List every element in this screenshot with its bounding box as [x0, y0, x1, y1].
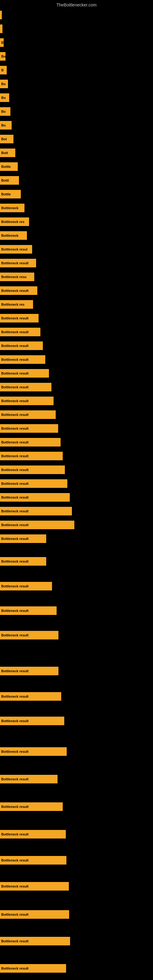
bar-item: Bottleneck result	[0, 314, 38, 323]
bar-item: Bottleneck result	[0, 438, 61, 447]
bar-item: Bottleneck result	[0, 355, 45, 364]
bar-item: Bottleneck result	[0, 937, 70, 945]
bar-item: Bottleneck result	[0, 286, 37, 295]
bar-label: Bo	[1, 54, 5, 58]
bar-item: Bottleneck resu	[0, 272, 34, 281]
bar-label: Bottleneck result	[1, 885, 29, 888]
bar-item: Bottleneck result	[0, 535, 46, 543]
bar-label: Bottleneck result	[1, 441, 29, 444]
bar-item: Bo	[0, 80, 8, 88]
bar-label: Bottleneck result	[1, 482, 29, 485]
bar-label: Bottleneck result	[1, 750, 29, 753]
bar-item: Bottleneck res	[0, 300, 33, 309]
bar-label: Bottleneck result	[1, 454, 29, 458]
bar-item: Bottleneck result	[0, 775, 57, 783]
bar-item: Bottleneck result	[0, 396, 54, 405]
bar-label: Bottleneck result	[1, 371, 29, 375]
bar-item: Bottleneck result	[0, 466, 65, 474]
bar-item: Bottleneck result	[0, 259, 36, 267]
bar-label: B	[1, 41, 4, 45]
bar-label: Bottleneck	[1, 206, 18, 210]
bar-item: Bo	[0, 107, 10, 116]
bar-label: Bottleneck result	[1, 584, 29, 588]
bar-item: Bottleneck result	[0, 557, 46, 566]
bar-item	[0, 11, 2, 19]
bar-item: Bo	[0, 94, 9, 102]
bar-item: Bottleneck result	[0, 369, 49, 378]
bar-label: Bottleneck result	[1, 317, 29, 320]
bar-label: Bottleneck result	[1, 832, 29, 836]
bar-item: Bottleneck result	[0, 667, 59, 675]
bar-item: Bo	[0, 121, 12, 130]
bar-item: Bottleneck result	[0, 856, 66, 865]
bar-item: Bottleneck	[0, 231, 27, 240]
bar-label: Bottle	[1, 192, 11, 196]
bar-item: Bottleneck result	[0, 606, 57, 615]
bar-label: Bo	[1, 82, 6, 86]
bar-item: Bottleneck result	[0, 479, 67, 488]
bar-label: B	[1, 68, 4, 72]
bar-item: Bottleneck result	[0, 507, 72, 515]
bar-label: Bottleneck result	[1, 523, 29, 527]
bar-item: Bottleneck result	[0, 964, 66, 973]
bar-label: Bottleneck result	[1, 633, 29, 637]
bar-item: Bottleneck result	[0, 410, 56, 419]
bar-item: Bottleneck result	[0, 493, 70, 502]
bar-item: Bottleneck result	[0, 631, 59, 640]
bar-item: Bottleneck result	[0, 520, 74, 529]
bar-label: Bo	[1, 96, 6, 100]
bar-item	[0, 24, 2, 33]
bar-item: Bottleneck result	[0, 910, 69, 919]
bar-item: B	[0, 66, 7, 75]
bar-label: Bottleneck result	[1, 358, 29, 361]
bar-item: Bottleneck result	[0, 328, 40, 336]
bar-item: Bo	[0, 52, 5, 60]
bar-item: Bottleneck res	[0, 218, 29, 226]
bar-label: Bo	[1, 123, 6, 127]
bar-item: Bottle	[0, 190, 21, 199]
bar-label: Bottleneck result	[1, 330, 29, 334]
bar-label: Bottleneck result	[1, 385, 29, 389]
bar-label: Bottleneck result	[1, 939, 29, 943]
bar-label: Bottleneck res	[1, 220, 24, 224]
bar-label: Bottleneck result	[1, 537, 29, 541]
bar-label: Bottl	[1, 178, 9, 182]
bar-label: Bottle	[1, 165, 11, 169]
bar-label: Bottleneck result	[1, 858, 29, 862]
bar-item: Bottleneck result	[0, 830, 66, 838]
bar-item: Bottle	[0, 162, 18, 171]
bar-label: Bottleneck result	[1, 426, 29, 430]
bar-label: Bottleneck result	[1, 399, 29, 403]
bar-label: Bottleneck result	[1, 805, 29, 808]
bar-item: Bott	[0, 148, 15, 157]
bar-item: Bottleneck result	[0, 692, 61, 701]
bar-label: Bottleneck result	[1, 719, 29, 723]
bar-label: Bottleneck result	[1, 609, 29, 612]
bar-label: Bo	[1, 110, 6, 113]
bar-item: Bottleneck result	[0, 424, 58, 433]
bar-label: Bottleneck result	[1, 777, 29, 781]
bar-label: Bottleneck result	[1, 344, 29, 348]
site-title: TheBottlenecker.com	[0, 0, 153, 10]
bar-item: Bottleneck result	[0, 717, 64, 725]
bar-label: Bottleneck result	[1, 289, 29, 293]
bar-label: Bottleneck	[1, 234, 18, 237]
bar-label: Bottleneck result	[1, 913, 29, 916]
bar-item: Bot	[0, 135, 13, 143]
bar-item: Bottleneck result	[0, 582, 52, 590]
bar-item: Bottleneck	[0, 204, 24, 212]
bar-item: Bottleneck result	[0, 802, 63, 811]
bar-label: Bottleneck result	[1, 967, 29, 970]
bar-label: Bottleneck resu	[1, 275, 27, 279]
bar-item: Bottleneck result	[0, 452, 63, 460]
bar-label: Bottleneck result	[1, 468, 29, 472]
bar-item: Bottleneck result	[0, 747, 67, 756]
bar-label: Bottleneck result	[1, 495, 29, 499]
bar-label: Bott	[1, 151, 8, 155]
bar-label: Bottleneck result	[1, 560, 29, 563]
bar-item: Bottleneck result	[0, 383, 51, 391]
bar-item: B	[0, 38, 4, 47]
bar-label: Bot	[1, 137, 7, 141]
bar-item: Bottleneck result	[0, 882, 69, 891]
bar-label: Bottleneck resul	[1, 247, 27, 251]
